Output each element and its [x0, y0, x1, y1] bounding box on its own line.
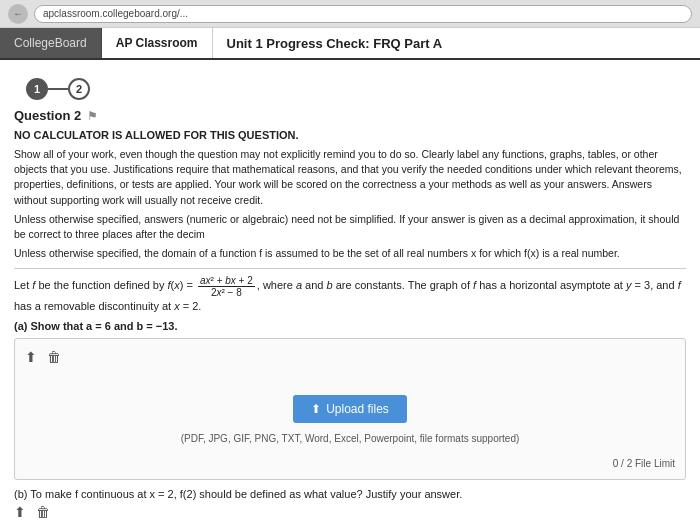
part-a-question: (a) Show that a = 6 and b = −13.	[14, 320, 686, 332]
upload-toolbar-arrow-icon[interactable]: ⬆	[25, 349, 37, 365]
upload-arrow-icon: ⬆	[311, 402, 321, 416]
upload-files-button[interactable]: ⬆ Upload files	[293, 395, 407, 423]
step-2[interactable]: 2	[68, 78, 90, 100]
step-connector	[48, 88, 68, 90]
upload-box: ⬆ 🗑 ⬆ Upload files (PDF, JPG, GIF, PNG, …	[14, 338, 686, 480]
function-definition: Let f be the function defined by f(x) = …	[14, 275, 686, 315]
step-indicator: 1 2	[14, 70, 686, 108]
tab-collegeboard[interactable]: CollegeBoard	[0, 28, 102, 58]
instructions-2: Unless otherwise specified, answers (num…	[14, 212, 686, 242]
page-title: Unit 1 Progress Check: FRQ Part A	[213, 28, 700, 58]
part-b-trash-icon[interactable]: 🗑	[36, 504, 50, 520]
browser-bar: ← apclassroom.collegeboard.org/...	[0, 0, 700, 28]
no-calc-notice: NO CALCULATOR IS ALLOWED FOR THIS QUESTI…	[14, 129, 686, 141]
divider	[14, 268, 686, 269]
part-b-toolbar: ⬆ 🗑	[14, 504, 686, 520]
question-title: Question 2	[14, 108, 81, 123]
instructions-3: Unless otherwise specified, the domain o…	[14, 246, 686, 261]
flag-icon[interactable]: ⚑	[87, 109, 98, 123]
main-content: 1 2 Question 2 ⚑ NO CALCULATOR IS ALLOWE…	[0, 60, 700, 525]
url-text: apclassroom.collegeboard.org/...	[43, 8, 188, 19]
part-b-upload-icon[interactable]: ⬆	[14, 504, 26, 520]
upload-btn-label: Upload files	[326, 402, 389, 416]
nav-tabs: CollegeBoard AP Classroom Unit 1 Progres…	[0, 28, 700, 60]
page-title-text: Unit 1 Progress Check: FRQ Part A	[227, 36, 443, 51]
url-bar[interactable]: apclassroom.collegeboard.org/...	[34, 5, 692, 23]
upload-formats: (PDF, JPG, GIF, PNG, TXT, Word, Excel, P…	[181, 433, 520, 444]
step-1[interactable]: 1	[26, 78, 48, 100]
tab-collegeboard-label: CollegeBoard	[14, 36, 87, 50]
tab-apclassroom-label: AP Classroom	[116, 36, 198, 50]
question-header: Question 2 ⚑	[14, 108, 686, 123]
upload-area: ⬆ Upload files (PDF, JPG, GIF, PNG, TXT,…	[25, 375, 675, 454]
upload-toolbar: ⬆ 🗑	[25, 349, 675, 365]
trash-icon[interactable]: 🗑	[47, 349, 61, 365]
part-b-question: (b) To make f continuous at x = 2, f(2) …	[14, 488, 686, 500]
back-button[interactable]: ←	[8, 4, 28, 24]
part-b-label: (b) To make f continuous at x = 2, f(2) …	[14, 488, 462, 500]
tab-apclassroom[interactable]: AP Classroom	[102, 28, 213, 58]
fraction: ax² + bx + 2 2x² − 8	[198, 275, 255, 298]
instructions-1: Show all of your work, even though the q…	[14, 147, 686, 208]
file-limit: 0 / 2 File Limit	[25, 458, 675, 469]
